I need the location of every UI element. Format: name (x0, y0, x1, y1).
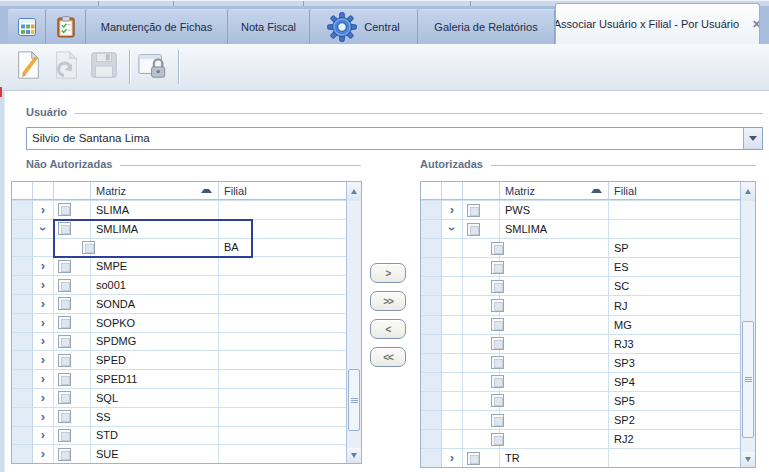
collapse-icon[interactable]: › (447, 227, 457, 231)
table-row[interactable]: SC (421, 277, 740, 296)
expand-icon[interactable]: › (41, 393, 45, 403)
checkbox[interactable] (58, 391, 71, 404)
checkbox[interactable] (467, 204, 480, 217)
vertical-scrollbar[interactable] (740, 182, 755, 467)
column-header-matriz[interactable]: Matriz (500, 182, 609, 200)
expand-cell (442, 316, 463, 334)
table-row[interactable]: RJ (421, 296, 740, 315)
tab-galeria-de-relatorios[interactable]: Galeria de Relatórios (418, 9, 555, 44)
tab-manutencao-de-fichas[interactable]: Manutenção de Fichas (86, 9, 228, 44)
column-header-matriz[interactable]: Matriz (91, 182, 219, 200)
table-row[interactable]: SP (421, 239, 740, 258)
table-row[interactable]: ›SMPE (12, 257, 346, 276)
scrollbar-track[interactable] (741, 201, 755, 452)
expand-icon[interactable]: › (41, 299, 45, 309)
table-row[interactable]: MG (421, 316, 740, 335)
table-row[interactable]: ›SONDA (12, 295, 346, 314)
table-row[interactable]: ›SUE (12, 445, 346, 463)
checkbox[interactable] (467, 452, 480, 465)
row-indicator-cell (421, 201, 442, 219)
checkbox[interactable] (58, 279, 71, 292)
expand-icon[interactable]: › (450, 205, 454, 215)
checkbox[interactable] (58, 260, 71, 273)
row-indicator-cell (12, 370, 33, 388)
checkbox-cell (463, 354, 500, 372)
checkbox[interactable] (58, 448, 71, 461)
table-row[interactable]: ES (421, 258, 740, 277)
table-row[interactable]: ›STD (12, 427, 346, 446)
cell-matriz: SOPKO (91, 314, 219, 332)
tab-associar-usuario-x-filial[interactable]: Associar Usuário x Filial - Por Usuário✕ (555, 3, 760, 44)
table-row[interactable]: ›PWS (421, 201, 740, 220)
table-row[interactable]: ›SS (12, 408, 346, 427)
checkbox[interactable] (58, 354, 71, 367)
tab-checklist[interactable] (46, 9, 86, 44)
column-header-filial[interactable]: Filial (609, 182, 740, 200)
scroll-up-button[interactable] (347, 182, 361, 201)
column-header-filial[interactable]: Filial (219, 182, 346, 200)
move-all-right-button[interactable]: >> (370, 291, 406, 311)
tab-nota-fiscal[interactable]: Nota Fiscal (228, 9, 310, 44)
checkbox[interactable] (58, 316, 71, 329)
non-authorized-title: Não Autorizadas (26, 158, 112, 170)
collapse-icon[interactable]: › (38, 227, 48, 231)
table-row[interactable]: SP2 (421, 411, 740, 430)
scroll-down-button[interactable] (741, 452, 755, 467)
table-row[interactable]: ›SMLIMA (421, 220, 740, 239)
expand-icon[interactable]: › (41, 449, 45, 459)
expand-icon[interactable]: › (41, 374, 45, 384)
expand-icon[interactable]: › (41, 261, 45, 271)
table-row[interactable]: ›SPED (12, 351, 346, 370)
table-row[interactable]: SP4 (421, 373, 740, 392)
expand-icon[interactable]: › (41, 355, 45, 365)
scroll-down-button[interactable] (347, 448, 361, 463)
checkbox[interactable] (58, 373, 71, 386)
expand-icon[interactable]: › (41, 412, 45, 422)
move-all-left-button[interactable]: << (370, 347, 406, 367)
expand-icon[interactable]: › (41, 280, 45, 290)
table-row[interactable]: ›SPED11 (12, 370, 346, 389)
vertical-scrollbar[interactable] (346, 182, 361, 463)
checkbox[interactable] (467, 223, 480, 236)
checkbox[interactable] (58, 335, 71, 348)
cell-filial (219, 220, 346, 238)
tab-dashboard[interactable] (8, 9, 46, 44)
table-row[interactable]: SP3 (421, 354, 740, 373)
table-row[interactable]: BA (12, 239, 346, 258)
lock-button[interactable] (135, 49, 171, 85)
checkbox[interactable] (58, 203, 71, 216)
expand-icon[interactable]: › (41, 430, 45, 440)
dropdown-button[interactable] (743, 128, 762, 149)
scrollbar-track[interactable] (347, 201, 361, 448)
checkbox[interactable] (58, 429, 71, 442)
table-row[interactable]: ›so001 (12, 276, 346, 295)
expand-icon[interactable]: › (41, 318, 45, 328)
checkbox[interactable] (58, 222, 71, 235)
edit-button[interactable] (10, 49, 46, 85)
table-row[interactable]: SP5 (421, 392, 740, 411)
close-icon[interactable]: ✕ (752, 18, 760, 31)
table-row[interactable]: RJ2 (421, 430, 740, 449)
scroll-up-button[interactable] (741, 182, 755, 201)
user-combobox[interactable]: Silvio de Santana Lima (26, 127, 763, 150)
checkbox[interactable] (58, 297, 71, 310)
table-row[interactable]: ›TR (421, 449, 740, 467)
tab-central[interactable]: Central (310, 9, 418, 44)
checkbox[interactable] (58, 410, 71, 423)
table-row[interactable]: ›SOPKO (12, 314, 346, 333)
cell-filial: SP4 (609, 373, 740, 391)
expand-icon[interactable]: › (450, 453, 454, 463)
table-row[interactable]: RJ3 (421, 335, 740, 354)
move-selected-left-button[interactable]: < (370, 319, 406, 339)
move-selected-right-button[interactable]: > (370, 263, 406, 283)
expand-icon[interactable]: › (41, 205, 45, 215)
table-row[interactable]: ›SLIMA (12, 201, 346, 220)
table-row[interactable]: ›SPDMG (12, 333, 346, 352)
cell-text: SLIMA (91, 204, 129, 216)
scrollbar-thumb[interactable] (742, 321, 754, 438)
expand-icon[interactable]: › (41, 336, 45, 346)
tab-label: Galeria de Relatórios (434, 21, 537, 33)
scrollbar-thumb[interactable] (348, 369, 360, 431)
table-row[interactable]: ›SQL (12, 389, 346, 408)
table-row[interactable]: ›SMLIMA (12, 220, 346, 239)
